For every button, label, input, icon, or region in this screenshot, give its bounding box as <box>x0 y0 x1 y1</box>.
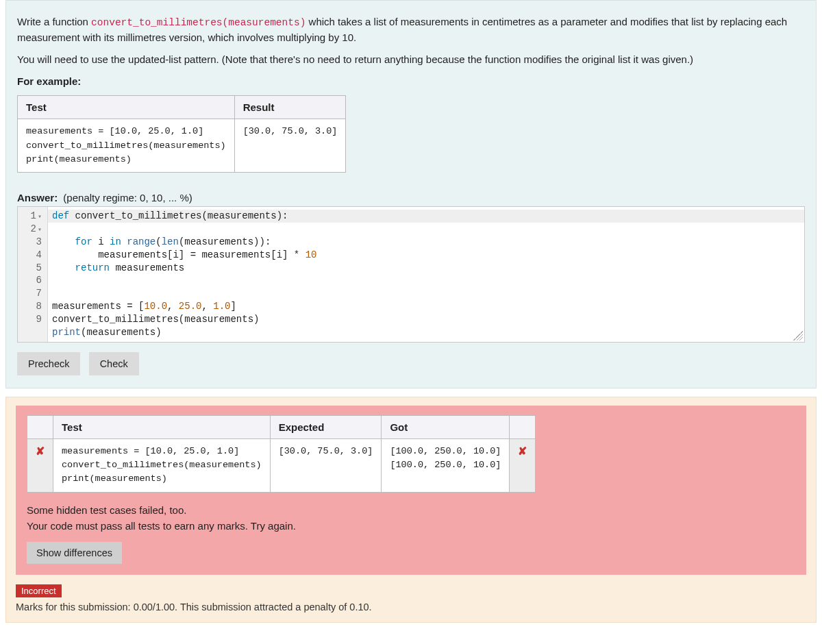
status-left-cell: ✘ <box>27 438 53 492</box>
feedback-panel: Test Expected Got ✘ measurements = [10.0… <box>5 397 817 623</box>
fail-icon: ✘ <box>36 445 45 457</box>
results-header-status-right <box>510 415 536 438</box>
button-row: Precheck Check <box>17 352 805 375</box>
example-result-code: [30.0, 75.0, 3.0] <box>234 119 346 173</box>
question-para2: You will need to use the updated-list pa… <box>17 52 805 67</box>
show-differences-button[interactable]: Show differences <box>27 542 122 564</box>
precheck-button[interactable]: Precheck <box>17 352 80 375</box>
example-header-test: Test <box>18 96 235 119</box>
results-header-status-left <box>27 415 53 438</box>
results-got: [100.0, 250.0, 10.0] [100.0, 250.0, 10.0… <box>382 438 510 492</box>
editor-gutter: 1▾2▾3 4 5 6 7 8 9 <box>18 207 48 342</box>
marks-text: Marks for this submission: 0.00/1.00. Th… <box>16 602 806 612</box>
intro-prefix: Write a function <box>17 16 91 27</box>
results-table: Test Expected Got ✘ measurements = [10.0… <box>27 415 536 493</box>
answer-section: Answer: (penalty regime: 0, 10, ... %) <box>17 192 805 203</box>
function-signature: convert_to_millimetres(measurements) <box>91 17 306 28</box>
grade-section: Incorrect Marks for this submission: 0.0… <box>16 584 806 612</box>
resize-handle-icon[interactable] <box>793 331 803 340</box>
incorrect-badge: Incorrect <box>16 584 62 597</box>
result-msg-line1: Some hidden test cases failed, too. <box>27 504 186 516</box>
question-box: Write a function convert_to_millimetres(… <box>5 0 817 388</box>
result-msg-line2: Your code must pass all tests to earn an… <box>27 520 296 532</box>
fail-icon: ✘ <box>518 445 527 457</box>
results-header-got: Got <box>382 415 510 438</box>
penalty-regime: (penalty regime: 0, 10, ... %) <box>63 192 192 203</box>
editor-code-area[interactable]: def convert_to_millimetres(measurements)… <box>48 207 804 342</box>
question-intro: Write a function convert_to_millimetres(… <box>17 14 805 45</box>
answer-label: Answer: <box>17 192 58 203</box>
example-row: measurements = [10.0, 25.0, 1.0] convert… <box>18 119 346 173</box>
status-right-cell: ✘ <box>510 438 536 492</box>
example-header-result: Result <box>234 96 346 119</box>
results-expected: [30.0, 75.0, 3.0] <box>270 438 382 492</box>
check-button[interactable]: Check <box>89 352 139 375</box>
code-editor[interactable]: 1▾2▾3 4 5 6 7 8 9 def convert_to_millime… <box>17 206 805 343</box>
result-box: Test Expected Got ✘ measurements = [10.0… <box>16 406 806 575</box>
example-test-code: measurements = [10.0, 25.0, 1.0] convert… <box>18 119 235 173</box>
for-example-label: For example: <box>17 74 805 89</box>
results-row: ✘ measurements = [10.0, 25.0, 1.0] conve… <box>27 438 536 492</box>
results-header-expected: Expected <box>270 415 382 438</box>
results-test-code: measurements = [10.0, 25.0, 1.0] convert… <box>53 438 271 492</box>
example-table: Test Result measurements = [10.0, 25.0, … <box>17 95 346 173</box>
result-message: Some hidden test cases failed, too. Your… <box>27 502 795 534</box>
results-header-test: Test <box>53 415 271 438</box>
